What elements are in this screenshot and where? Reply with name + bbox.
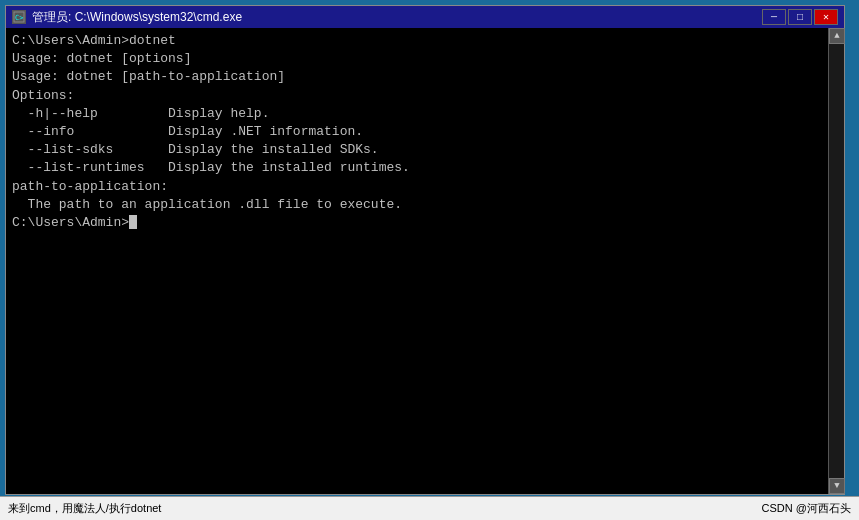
terminal-line-0: C:\Users\Admin>dotnet bbox=[12, 32, 838, 50]
terminal-line-7: --info Display .NET information. bbox=[12, 123, 838, 141]
title-bar-left: C> 管理员: C:\Windows\system32\cmd.exe bbox=[12, 9, 242, 26]
terminal-line-6: -h|--help Display help. bbox=[12, 105, 838, 123]
title-bar: C> 管理员: C:\Windows\system32\cmd.exe ─ □ … bbox=[6, 6, 844, 28]
terminal-line-12: The path to an application .dll file to … bbox=[12, 196, 838, 214]
terminal-line-9: --list-runtimes Display the installed ru… bbox=[12, 159, 838, 177]
scroll-track bbox=[829, 44, 844, 478]
terminal-content[interactable]: C:\Users\Admin>dotnet Usage: dotnet [opt… bbox=[6, 28, 844, 494]
close-button[interactable]: ✕ bbox=[814, 9, 838, 25]
window-title: 管理员: C:\Windows\system32\cmd.exe bbox=[32, 9, 242, 26]
terminal-line-8: --list-sdks Display the installed SDKs. bbox=[12, 141, 838, 159]
bottom-bar-right-text: CSDN @河西石头 bbox=[762, 501, 851, 516]
scroll-down-arrow[interactable]: ▼ bbox=[829, 478, 845, 494]
minimize-button[interactable]: ─ bbox=[762, 9, 786, 25]
terminal-prompt: C:\Users\Admin> bbox=[12, 214, 838, 232]
cursor bbox=[129, 215, 137, 229]
terminal-line-2: Usage: dotnet [options] bbox=[12, 50, 838, 68]
bottom-taskbar: 来到cmd，用魔法人/执行dotnet CSDN @河西石头 bbox=[0, 496, 859, 520]
bottom-bar-left-text: 来到cmd，用魔法人/执行dotnet bbox=[8, 501, 161, 516]
title-bar-controls: ─ □ ✕ bbox=[762, 9, 838, 25]
cmd-icon: C> bbox=[12, 10, 26, 24]
cmd-window: C> 管理员: C:\Windows\system32\cmd.exe ─ □ … bbox=[5, 5, 845, 495]
terminal-line-5: Options: bbox=[12, 87, 838, 105]
scroll-up-arrow[interactable]: ▲ bbox=[829, 28, 845, 44]
svg-text:C>: C> bbox=[15, 14, 23, 22]
scrollbar[interactable]: ▲ ▼ bbox=[828, 28, 844, 494]
terminal-line-3: Usage: dotnet [path-to-application] bbox=[12, 68, 838, 86]
maximize-button[interactable]: □ bbox=[788, 9, 812, 25]
terminal-line-11: path-to-application: bbox=[12, 178, 838, 196]
